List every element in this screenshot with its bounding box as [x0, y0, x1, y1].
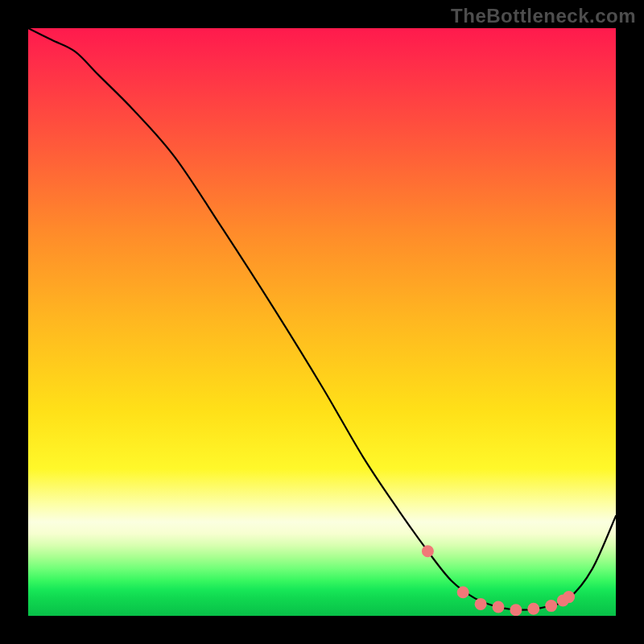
- optimal-dot: [527, 603, 539, 615]
- watermark-text: TheBottleneck.com: [451, 5, 636, 27]
- bottleneck-curve: [28, 28, 616, 610]
- curve-layer: [28, 28, 616, 616]
- optimal-dot: [510, 604, 522, 616]
- optimal-dot: [493, 601, 505, 613]
- chart-frame: TheBottleneck.com: [0, 0, 644, 644]
- optimal-dot: [545, 600, 557, 612]
- optimal-dot: [475, 598, 487, 610]
- optimal-dots-group: [422, 545, 575, 616]
- optimal-dot: [563, 591, 575, 603]
- optimal-dot: [457, 586, 469, 598]
- plot-area: [28, 28, 616, 616]
- optimal-dot: [422, 545, 434, 557]
